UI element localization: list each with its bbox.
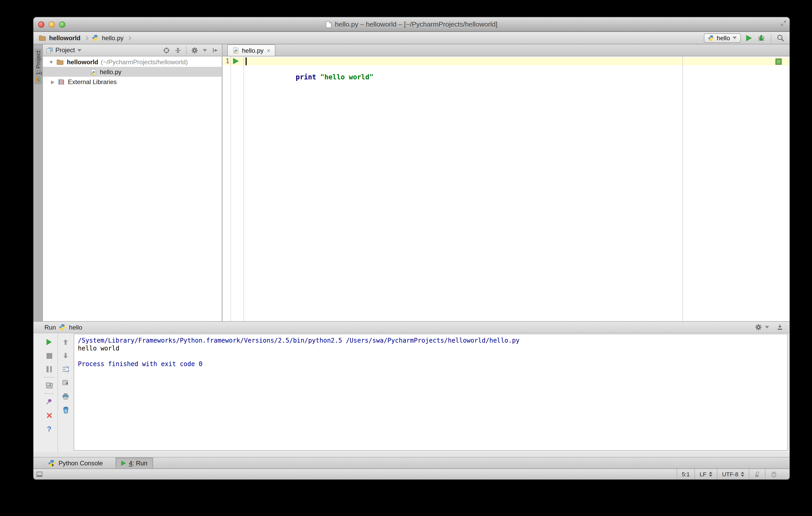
run-tool-window: Run hello xyxy=(33,322,789,452)
console-command-line: /System/Library/Frameworks/Python.framew… xyxy=(78,337,787,345)
rerun-button[interactable] xyxy=(47,338,52,346)
status-bar-widgets: 5:1 LF UTF-8 xyxy=(676,469,782,480)
navigation-bar: helloworld hello.py hello xyxy=(33,32,789,44)
toolbar-separator xyxy=(45,377,54,377)
settings-gear-icon[interactable] xyxy=(191,47,198,54)
close-panel-button[interactable] xyxy=(46,412,53,419)
code-keyword: print xyxy=(296,73,316,81)
right-margin-guide xyxy=(683,56,683,321)
tree-row-external-libraries[interactable]: ▶ External Libraries xyxy=(43,77,222,87)
console-exit-line: Process finished with exit code 0 xyxy=(78,360,787,368)
line-separator-widget[interactable]: LF xyxy=(694,469,717,480)
toolbar-separator xyxy=(186,46,186,54)
chevron-right-icon xyxy=(127,36,132,40)
project-view-selector[interactable]: Project xyxy=(55,47,75,54)
editor-area: hello.py × 1 print "hello wo xyxy=(223,44,789,321)
python-file-icon xyxy=(233,47,239,54)
inspection-status-square[interactable] xyxy=(776,59,782,65)
tree-row-hello-py[interactable]: hello.py xyxy=(43,67,222,77)
run-configuration-select[interactable]: hello xyxy=(703,33,741,42)
python-logo-icon xyxy=(708,35,714,41)
hide-panel-icon[interactable] xyxy=(212,47,219,54)
project-panel-toolbar xyxy=(163,46,219,54)
down-stack-trace-button[interactable] xyxy=(62,352,69,359)
pycharm-window: hello.py – helloworld – [~/PycharmProjec… xyxy=(33,17,789,480)
run-panel-title: Run xyxy=(45,324,56,331)
code-line[interactable]: print "hello world" xyxy=(246,57,373,65)
python-console-label: Python Console xyxy=(59,459,103,467)
editor-tab-bar: hello.py × xyxy=(223,44,789,56)
run-tool-window-body: ? xyxy=(33,333,789,452)
run-line-marker[interactable] xyxy=(233,58,239,64)
encoding-widget[interactable]: UTF-8 xyxy=(717,469,749,480)
bottom-tool-window-bar: Python Console 4: Run xyxy=(33,457,789,468)
toggle-toolwindow-buttons-icon[interactable] xyxy=(36,472,42,477)
chevron-down-icon[interactable] xyxy=(78,49,82,52)
run-button[interactable] xyxy=(746,35,752,41)
nav-toolbar: hello xyxy=(703,33,784,42)
project-tree: ▼ helloworld (~/PycharmProjects/hellowor… xyxy=(43,56,222,321)
hector-face-icon xyxy=(770,471,778,478)
text-caret xyxy=(245,57,246,65)
title-center: hello.py – helloworld – [~/PycharmProjec… xyxy=(33,17,789,31)
hector-inspections-widget[interactable] xyxy=(765,469,782,480)
python-file-icon xyxy=(92,34,99,41)
close-tab-icon[interactable]: × xyxy=(267,47,270,54)
libraries-icon xyxy=(58,78,65,85)
settings-gear-icon[interactable] xyxy=(755,324,762,331)
chevron-down-icon[interactable] xyxy=(203,49,207,52)
clear-console-button[interactable] xyxy=(62,406,69,414)
up-stack-trace-button[interactable] xyxy=(62,338,69,346)
collapsed-arrow-icon[interactable]: ▶ xyxy=(50,79,56,84)
tree-row-project-root[interactable]: ▼ helloworld (~/PycharmProjects/hellowor… xyxy=(43,57,222,67)
editor-gutter: 1 xyxy=(223,56,245,321)
line-number: 1 xyxy=(223,57,229,65)
dock-panel-icon[interactable] xyxy=(777,324,783,331)
project-root-path: (~/PycharmProjects/helloworld) xyxy=(101,58,188,65)
run-tool-button[interactable]: 4: Run xyxy=(115,457,153,468)
project-tool-window-tab[interactable]: 1: Project xyxy=(34,49,41,84)
run-console-output[interactable]: /System/Library/Frameworks/Python.framew… xyxy=(74,334,788,451)
python-console-icon xyxy=(48,459,55,467)
python-console-tool-button[interactable]: Python Console xyxy=(43,457,108,468)
collapse-all-icon[interactable] xyxy=(175,47,181,54)
stop-button[interactable] xyxy=(46,352,52,359)
updown-spinner-icon xyxy=(741,472,744,477)
readonly-lock-widget[interactable] xyxy=(749,469,765,480)
run-tool-window-header: Run hello xyxy=(33,322,789,333)
toolbar-separator xyxy=(771,34,771,42)
debug-button[interactable] xyxy=(757,34,765,42)
left-tool-window-bar: 1: Project xyxy=(33,44,43,321)
run-configuration-name: hello xyxy=(717,34,730,41)
updown-spinner-icon xyxy=(709,472,712,477)
breadcrumb-project[interactable]: helloworld xyxy=(49,34,81,41)
console-blank-line xyxy=(78,353,787,360)
desktop-background: hello.py – helloworld – [~/PycharmProjec… xyxy=(0,0,812,516)
pin-tab-button[interactable] xyxy=(46,398,53,405)
editor-tab-hello-py[interactable]: hello.py × xyxy=(227,44,276,56)
console-toolbar xyxy=(57,333,73,452)
editor-body[interactable]: 1 print "hello world" xyxy=(223,56,789,321)
title-bar[interactable]: hello.py – helloworld – [~/PycharmProjec… xyxy=(33,17,789,32)
expanded-arrow-icon[interactable]: ▼ xyxy=(48,59,54,64)
pause-output-button[interactable] xyxy=(47,366,52,373)
folder-icon xyxy=(39,35,46,41)
soft-wrap-button[interactable] xyxy=(62,366,69,373)
help-button[interactable]: ? xyxy=(47,425,51,432)
scroll-to-end-button[interactable] xyxy=(62,379,69,387)
breadcrumb: helloworld hello.py xyxy=(39,34,132,41)
print-button[interactable] xyxy=(62,393,69,400)
locate-file-icon[interactable] xyxy=(163,47,170,54)
caret-position-widget[interactable]: 5:1 xyxy=(676,469,694,480)
chevron-down-icon[interactable] xyxy=(765,326,769,329)
document-icon xyxy=(325,21,332,28)
editor-tab-label: hello.py xyxy=(242,47,264,54)
breadcrumb-file[interactable]: hello.py xyxy=(102,34,123,41)
status-bar: 5:1 LF UTF-8 xyxy=(33,468,789,480)
window-title: hello.py – helloworld – [~/PycharmProjec… xyxy=(335,20,497,28)
restore-layout-button[interactable] xyxy=(45,382,53,389)
console-stdout-line: hello world xyxy=(78,345,787,353)
search-everywhere-icon[interactable] xyxy=(777,34,784,42)
resize-window-icon[interactable] xyxy=(780,20,787,27)
project-panel-header: Project xyxy=(43,44,222,56)
